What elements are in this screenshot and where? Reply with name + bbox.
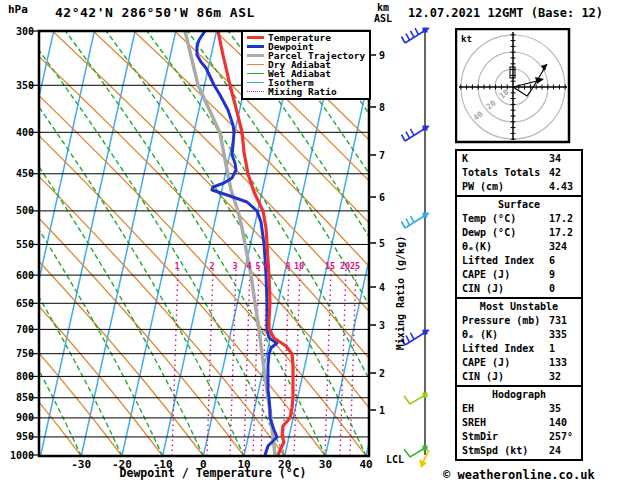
table-row: CIN (J)0 <box>457 282 581 296</box>
dry-adiabat-line <box>0 31 244 456</box>
wind-barb-feather <box>402 222 406 229</box>
legend-line-sample <box>247 82 264 84</box>
wind-barb-light <box>404 448 425 457</box>
table-row: PW (cm)4.43 <box>457 180 581 194</box>
km-tick-label: 1 <box>379 405 385 416</box>
mixing-ratio-axis-label: Mixing Ratio (g/kg) <box>395 236 406 350</box>
temp-tick-label: -30 <box>71 458 91 471</box>
wind-barb-marker <box>423 446 428 451</box>
table-row-value: 24 <box>549 444 561 458</box>
table-row-label: StmSpd (kt) <box>457 445 528 456</box>
temp-tick-label: 30 <box>319 458 332 471</box>
table-row-value: 34 <box>549 152 561 166</box>
sounding-page: hPa 42°42'N 286°50'W 86m ASL km ASL 12.0… <box>0 0 629 486</box>
table-row-value: 133 <box>549 356 567 370</box>
table-row-label: EH <box>457 403 474 414</box>
indices-table: Most UnstablePressure (mb)731θₑ (K)335Li… <box>455 297 583 387</box>
pressure-tick-label: 600 <box>16 270 34 281</box>
table-row-value: 6 <box>549 254 555 268</box>
pressure-tick-label: 500 <box>16 205 34 216</box>
wind-barb-marker <box>423 28 428 33</box>
mixing-ratio-line <box>294 268 300 456</box>
table-row: Totals Totals42 <box>457 166 581 180</box>
wind-barb-marker <box>423 330 428 335</box>
km-tick-label: 5 <box>379 238 385 249</box>
mixing-ratio-value-label: 6 <box>263 261 268 271</box>
indices-table: HodographEH35SREH140StmDir257°StmSpd (kt… <box>455 385 583 461</box>
wind-barb-light <box>404 395 425 404</box>
mixing-ratio-line <box>325 268 331 456</box>
mixing-ratio-value-label: 3 <box>232 261 237 271</box>
mixing-ratio-value-label: 25 <box>350 261 360 271</box>
hodograph: 102040 kt <box>455 28 571 144</box>
legend-item-label: Mixing Ratio <box>268 87 337 96</box>
table-row-value: 32 <box>549 370 561 384</box>
table-row: StmDir257° <box>457 430 581 444</box>
legend-line-sample <box>247 45 264 48</box>
pressure-tick-label: 550 <box>16 239 34 250</box>
pressure-tick-label: 950 <box>16 431 34 442</box>
table-row-label: SREH <box>457 417 486 428</box>
table-row-label: θₑ (K) <box>457 329 498 340</box>
table-row-label: CAPE (J) <box>457 269 510 280</box>
table-row-label: CIN (J) <box>457 283 504 294</box>
table-row-label: CAPE (J) <box>457 357 510 368</box>
mixing-ratio-line <box>244 268 250 456</box>
table-section-title: Surface <box>457 198 581 212</box>
wind-barb-feather <box>406 34 410 41</box>
km-tick-label: 6 <box>379 192 385 203</box>
table-row: θₑ (K)335 <box>457 328 581 342</box>
pressure-tick-label: 700 <box>16 324 34 335</box>
table-row-label: Dewp (°C) <box>457 227 516 238</box>
indices-table: SurfaceTemp (°C)17.2Dewp (°C)17.2θₑ(K)32… <box>455 195 583 299</box>
pressure-tick-label: 750 <box>16 348 34 359</box>
mixing-ratio-value-label: 8 <box>285 261 290 271</box>
pressure-tick-label: 450 <box>16 168 34 179</box>
table-row-label: K <box>457 153 468 164</box>
pressure-tick-label: 900 <box>16 412 34 423</box>
legend-item: Mixing Ratio <box>243 87 369 96</box>
mixing-ratio-value-label: 4 <box>246 261 251 271</box>
wind-barb-feather <box>411 129 415 136</box>
table-row-value: 9 <box>549 268 555 282</box>
table-row-label: Lifted Index <box>457 343 534 354</box>
km-tick-label: 3 <box>379 320 385 331</box>
wind-barb-feather <box>406 336 410 343</box>
table-section-title: Hodograph <box>457 388 581 402</box>
pressure-tick-label: 1000 <box>10 450 34 461</box>
km-tick-label: 7 <box>379 150 385 161</box>
table-section-title: Most Unstable <box>457 300 581 314</box>
table-row-label: Pressure (mb) <box>457 315 540 326</box>
wet-adiabat-line <box>0 31 81 456</box>
hodograph-unit-label: kt <box>461 34 472 44</box>
temp-tick-label: 40 <box>359 458 372 471</box>
mixing-ratio-value-label: 5 <box>255 261 260 271</box>
pressure-tick-label: 350 <box>16 80 34 91</box>
table-row: θₑ(K)324 <box>457 240 581 254</box>
table-row-value: 17.2 <box>549 212 573 226</box>
table-row-label: StmDir <box>457 431 498 442</box>
mixing-ratio-value-label: 1 <box>174 261 179 271</box>
km-tick-label: 8 <box>379 102 385 113</box>
legend-line-sample <box>247 54 264 57</box>
table-row-label: CIN (J) <box>457 371 504 382</box>
table-row: EH35 <box>457 402 581 416</box>
table-row-label: PW (cm) <box>457 181 504 192</box>
table-row-value: 140 <box>549 416 567 430</box>
table-row-value: 1 <box>549 342 555 356</box>
wind-barb-marker <box>423 126 428 131</box>
wind-barb-feather <box>411 31 415 38</box>
wind-barb-marker <box>423 213 428 218</box>
table-row: Dewp (°C)17.2 <box>457 226 581 240</box>
legend-box: TemperatureDewpointParcel TrajectoryDry … <box>241 30 371 100</box>
km-tick-label: 2 <box>379 368 385 379</box>
table-row-label: Totals Totals <box>457 167 540 178</box>
pressure-tick-label: 400 <box>16 127 34 138</box>
table-row-value: 35 <box>549 402 561 416</box>
table-row-value: 0 <box>549 282 555 296</box>
mixing-ratio-line <box>172 268 178 456</box>
x-axis-title: Dewpoint / Temperature (°C) <box>120 466 307 480</box>
km-tick-label: 9 <box>379 50 385 61</box>
wind-barb-feather <box>411 216 415 223</box>
table-row-value: 4.43 <box>549 180 573 194</box>
